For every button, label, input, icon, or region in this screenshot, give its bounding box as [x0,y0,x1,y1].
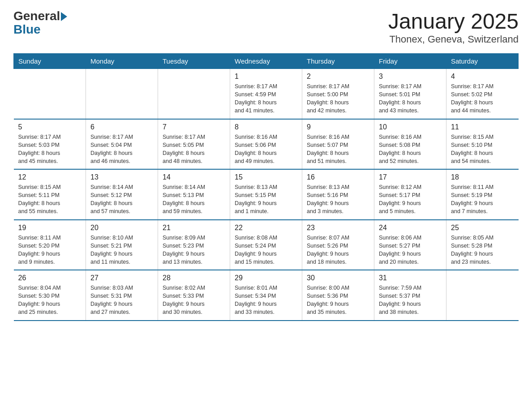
day-info: Sunrise: 8:04 AMSunset: 5:30 PMDaylight:… [18,284,82,317]
day-number: 2 [307,73,369,81]
day-number: 26 [18,274,82,282]
day-number: 3 [379,73,442,81]
calendar-body: 1Sunrise: 8:17 AMSunset: 4:59 PMDaylight… [14,69,519,321]
day-info: Sunrise: 8:15 AMSunset: 5:10 PMDaylight:… [451,133,514,166]
page-header: General Blue January 2025 Thonex, Geneva… [13,9,519,45]
logo-general-text: General [13,9,60,23]
week-row-2: 5Sunrise: 8:17 AMSunset: 5:03 PMDaylight… [14,119,519,170]
day-info: Sunrise: 8:16 AMSunset: 5:08 PMDaylight:… [379,133,442,166]
calendar-cell [158,69,230,119]
logo-blue-text: Blue [13,22,67,37]
week-row-5: 26Sunrise: 8:04 AMSunset: 5:30 PMDayligh… [14,270,519,321]
calendar-cell: 13Sunrise: 8:14 AMSunset: 5:12 PMDayligh… [86,169,158,220]
day-number: 8 [235,123,297,131]
calendar-cell: 15Sunrise: 8:13 AMSunset: 5:15 PMDayligh… [230,169,302,220]
day-info: Sunrise: 8:17 AMSunset: 4:59 PMDaylight:… [235,82,297,115]
day-number: 10 [379,123,442,131]
day-info: Sunrise: 8:08 AMSunset: 5:24 PMDaylight:… [235,234,297,266]
day-number: 25 [451,224,514,232]
week-row-4: 19Sunrise: 8:11 AMSunset: 5:20 PMDayligh… [14,220,519,270]
day-info: Sunrise: 8:14 AMSunset: 5:13 PMDaylight:… [163,183,225,216]
calendar-cell: 17Sunrise: 8:12 AMSunset: 5:17 PMDayligh… [374,169,446,220]
day-info: Sunrise: 8:01 AMSunset: 5:34 PMDaylight:… [235,284,297,317]
day-info: Sunrise: 8:17 AMSunset: 5:05 PMDaylight:… [163,133,225,166]
day-info: Sunrise: 8:17 AMSunset: 5:00 PMDaylight:… [307,82,369,115]
day-number: 24 [379,224,442,232]
calendar-cell: 27Sunrise: 8:03 AMSunset: 5:31 PMDayligh… [86,270,158,321]
calendar-cell: 1Sunrise: 8:17 AMSunset: 4:59 PMDaylight… [230,69,302,119]
day-number: 28 [163,274,225,282]
calendar-cell: 22Sunrise: 8:08 AMSunset: 5:24 PMDayligh… [230,220,302,270]
day-number: 4 [451,73,514,81]
day-number: 18 [451,173,514,181]
calendar-header: SundayMondayTuesdayWednesdayThursdayFrid… [14,54,519,69]
calendar-cell: 29Sunrise: 8:01 AMSunset: 5:34 PMDayligh… [230,270,302,321]
calendar-cell: 4Sunrise: 8:17 AMSunset: 5:02 PMDaylight… [446,69,519,119]
day-info: Sunrise: 8:14 AMSunset: 5:12 PMDaylight:… [90,183,153,216]
day-info: Sunrise: 8:09 AMSunset: 5:23 PMDaylight:… [163,234,225,266]
calendar-cell: 2Sunrise: 8:17 AMSunset: 5:00 PMDaylight… [302,69,374,119]
calendar-cell: 10Sunrise: 8:16 AMSunset: 5:08 PMDayligh… [374,119,446,170]
title-block: January 2025 Thonex, Geneva, Switzerland [388,9,519,45]
day-number: 5 [18,123,82,131]
day-number: 16 [307,173,369,181]
day-info: Sunrise: 8:15 AMSunset: 5:11 PMDaylight:… [18,183,82,216]
day-number: 27 [90,274,153,282]
calendar-cell: 14Sunrise: 8:14 AMSunset: 5:13 PMDayligh… [158,169,230,220]
calendar-cell: 31Sunrise: 7:59 AMSunset: 5:37 PMDayligh… [374,270,446,321]
day-info: Sunrise: 8:05 AMSunset: 5:28 PMDaylight:… [451,234,514,266]
week-row-1: 1Sunrise: 8:17 AMSunset: 4:59 PMDaylight… [14,69,519,119]
calendar-cell: 12Sunrise: 8:15 AMSunset: 5:11 PMDayligh… [14,169,86,220]
calendar-cell: 30Sunrise: 8:00 AMSunset: 5:36 PMDayligh… [302,270,374,321]
calendar-title: January 2025 [388,9,519,34]
day-info: Sunrise: 8:17 AMSunset: 5:03 PMDaylight:… [18,133,82,166]
calendar-cell: 5Sunrise: 8:17 AMSunset: 5:03 PMDaylight… [14,119,86,170]
logo-arrow-icon [61,12,67,21]
calendar-cell: 7Sunrise: 8:17 AMSunset: 5:05 PMDaylight… [158,119,230,170]
day-info: Sunrise: 8:11 AMSunset: 5:19 PMDaylight:… [451,183,514,216]
calendar-cell [86,69,158,119]
day-info: Sunrise: 8:17 AMSunset: 5:01 PMDaylight:… [379,82,442,115]
day-number: 19 [18,224,82,232]
day-header-saturday: Saturday [446,54,519,69]
calendar-cell: 9Sunrise: 8:16 AMSunset: 5:07 PMDaylight… [302,119,374,170]
day-number: 23 [307,224,369,232]
calendar-cell: 3Sunrise: 8:17 AMSunset: 5:01 PMDaylight… [374,69,446,119]
calendar-cell [14,69,86,119]
days-header-row: SundayMondayTuesdayWednesdayThursdayFrid… [14,54,519,69]
day-info: Sunrise: 8:13 AMSunset: 5:15 PMDaylight:… [235,183,297,216]
calendar-cell: 8Sunrise: 8:16 AMSunset: 5:06 PMDaylight… [230,119,302,170]
calendar-cell: 21Sunrise: 8:09 AMSunset: 5:23 PMDayligh… [158,220,230,270]
day-number: 1 [235,73,297,81]
week-row-3: 12Sunrise: 8:15 AMSunset: 5:11 PMDayligh… [14,169,519,220]
day-number: 15 [235,173,297,181]
day-info: Sunrise: 8:16 AMSunset: 5:06 PMDaylight:… [235,133,297,166]
calendar-cell: 24Sunrise: 8:06 AMSunset: 5:27 PMDayligh… [374,220,446,270]
day-number: 9 [307,123,369,131]
day-number: 13 [90,173,153,181]
calendar-cell: 28Sunrise: 8:02 AMSunset: 5:33 PMDayligh… [158,270,230,321]
day-number: 6 [90,123,153,131]
day-info: Sunrise: 8:06 AMSunset: 5:27 PMDaylight:… [379,234,442,266]
calendar-cell: 25Sunrise: 8:05 AMSunset: 5:28 PMDayligh… [446,220,519,270]
day-header-sunday: Sunday [14,54,86,69]
day-info: Sunrise: 8:11 AMSunset: 5:20 PMDaylight:… [18,234,82,266]
calendar-cell: 6Sunrise: 8:17 AMSunset: 5:04 PMDaylight… [86,119,158,170]
calendar-cell: 23Sunrise: 8:07 AMSunset: 5:26 PMDayligh… [302,220,374,270]
day-number: 20 [90,224,153,232]
day-info: Sunrise: 8:02 AMSunset: 5:33 PMDaylight:… [163,284,225,317]
calendar-subtitle: Thonex, Geneva, Switzerland [388,34,519,45]
day-header-tuesday: Tuesday [158,54,230,69]
day-number: 17 [379,173,442,181]
day-info: Sunrise: 8:07 AMSunset: 5:26 PMDaylight:… [307,234,369,266]
calendar-cell: 11Sunrise: 8:15 AMSunset: 5:10 PMDayligh… [446,119,519,170]
day-number: 31 [379,274,442,282]
day-info: Sunrise: 8:00 AMSunset: 5:36 PMDaylight:… [307,284,369,317]
day-info: Sunrise: 8:17 AMSunset: 5:04 PMDaylight:… [90,133,153,166]
calendar-cell: 20Sunrise: 8:10 AMSunset: 5:21 PMDayligh… [86,220,158,270]
day-number: 22 [235,224,297,232]
day-header-wednesday: Wednesday [230,54,302,69]
calendar-cell: 18Sunrise: 8:11 AMSunset: 5:19 PMDayligh… [446,169,519,220]
day-number: 21 [163,224,225,232]
day-number: 30 [307,274,369,282]
